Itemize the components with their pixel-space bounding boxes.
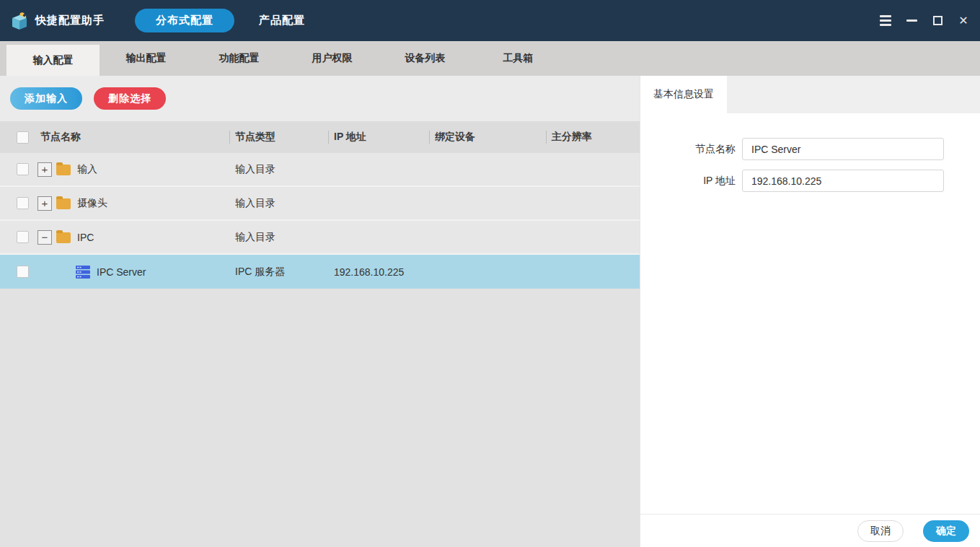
detail-panel-tabs: 基本信息设置 — [640, 76, 980, 113]
node-ip: 192.168.10.225 — [328, 266, 429, 278]
expand-toggle-icon[interactable]: + — [37, 196, 52, 211]
folder-icon — [56, 165, 71, 175]
column-node-type: 节点类型 — [229, 131, 328, 144]
detail-panel-footer: 取消 确定 — [640, 514, 980, 547]
row-checkbox-cell — [0, 197, 35, 209]
server-icon — [76, 266, 90, 279]
row-checkbox-cell — [0, 266, 35, 278]
tab-distributed-config[interactable]: 分布式配置 — [135, 9, 234, 32]
maximize-icon — [933, 16, 943, 25]
table-row[interactable]: + 摄像头 输入目录 — [0, 187, 640, 221]
app-title: 快捷配置助手 — [35, 14, 105, 27]
collapse-toggle-icon[interactable]: − — [37, 230, 52, 245]
tab-output-config[interactable]: 输出配置 — [100, 41, 193, 76]
node-type: 输入目录 — [229, 197, 328, 210]
table-row[interactable]: + 输入 输入目录 — [0, 153, 640, 187]
row-checkbox[interactable] — [17, 163, 29, 175]
select-all-checkbox[interactable] — [17, 131, 29, 144]
menu-button[interactable] — [879, 14, 892, 27]
ip-address-field-label: IP 地址 — [640, 175, 736, 188]
node-name-cell: + 输入 — [35, 162, 229, 177]
node-name: IPC — [77, 232, 94, 243]
minimize-icon — [906, 19, 917, 22]
close-button[interactable]: ✕ — [957, 14, 970, 27]
toolbar: 添加输入 删除选择 — [0, 76, 640, 121]
node-name-cell: − IPC — [35, 230, 229, 245]
close-icon: ✕ — [958, 15, 968, 27]
column-main-resolution: 主分辨率 — [546, 131, 640, 144]
node-type: 输入目录 — [229, 163, 328, 176]
basic-info-form: 节点名称 IP 地址 — [640, 113, 980, 192]
row-checkbox[interactable] — [17, 266, 29, 278]
maximize-button[interactable] — [931, 14, 944, 27]
window-controls: ✕ — [879, 0, 970, 41]
tab-function-config-label: 功能配置 — [219, 52, 260, 65]
tab-device-list-label: 设备列表 — [405, 52, 446, 65]
node-type: IPC 服务器 — [229, 266, 328, 279]
node-name-field-label: 节点名称 — [640, 143, 736, 156]
node-name-cell: + 摄像头 — [35, 196, 229, 211]
node-name: 摄像头 — [77, 197, 107, 210]
tab-basic-info-settings-label: 基本信息设置 — [653, 88, 714, 101]
table-header: 节点名称 节点类型 IP 地址 绑定设备 主分辨率 — [0, 121, 640, 153]
tab-input-config-label: 输入配置 — [33, 54, 74, 67]
titlebar: 快捷配置助手 分布式配置 产品配置 ✕ — [0, 0, 980, 41]
table-row-selected[interactable]: IPC Server IPC 服务器 192.168.10.225 — [0, 255, 640, 289]
menu-icon — [880, 15, 891, 26]
tab-product-config[interactable]: 产品配置 — [259, 14, 305, 27]
app-logo-icon — [9, 11, 30, 31]
tab-basic-info-settings[interactable]: 基本信息设置 — [640, 76, 727, 113]
minimize-button[interactable] — [905, 14, 918, 27]
tab-toolbox-label: 工具箱 — [503, 52, 534, 65]
add-input-button[interactable]: 添加输入 — [10, 87, 82, 110]
cancel-button[interactable]: 取消 — [857, 520, 904, 542]
tab-distributed-config-label: 分布式配置 — [156, 14, 213, 27]
tab-product-config-label: 产品配置 — [259, 14, 305, 26]
tab-function-config[interactable]: 功能配置 — [193, 41, 286, 76]
input-config-content: 添加输入 删除选择 节点名称 节点类型 IP 地址 绑定设备 主分辨率 + 输入… — [0, 76, 640, 547]
config-nav-tabs: 输入配置 输出配置 功能配置 用户权限 设备列表 工具箱 — [0, 41, 980, 76]
row-checkbox[interactable] — [17, 197, 29, 209]
tab-user-permission-label: 用户权限 — [312, 52, 353, 65]
ip-address-field-row: IP 地址 — [640, 170, 980, 192]
column-node-name: 节点名称 — [35, 131, 229, 144]
node-type: 输入目录 — [229, 231, 328, 244]
header-checkbox-cell — [0, 131, 35, 144]
column-bound-device: 绑定设备 — [429, 131, 546, 144]
node-name-field-row: 节点名称 — [640, 138, 980, 160]
table-empty-area — [0, 289, 640, 547]
tab-toolbox[interactable]: 工具箱 — [472, 41, 565, 76]
tab-device-list[interactable]: 设备列表 — [379, 41, 472, 76]
folder-icon — [56, 198, 71, 209]
table-row[interactable]: − IPC 输入目录 — [0, 221, 640, 255]
tab-user-permission[interactable]: 用户权限 — [286, 41, 379, 76]
node-name-input[interactable] — [742, 138, 944, 160]
column-ip-address: IP 地址 — [328, 131, 429, 144]
folder-icon — [56, 232, 71, 243]
node-name: 输入 — [77, 163, 97, 176]
app-window: 快捷配置助手 分布式配置 产品配置 ✕ 输入配置 输出配置 功能配置 用户权限 — [0, 0, 980, 547]
row-checkbox-cell — [0, 163, 35, 175]
node-name-cell: IPC Server — [35, 266, 229, 279]
tab-output-config-label: 输出配置 — [126, 52, 167, 65]
node-name: IPC Server — [97, 266, 146, 278]
ip-address-input[interactable] — [742, 170, 944, 192]
row-checkbox-cell — [0, 231, 35, 243]
detail-panel: 基本信息设置 节点名称 IP 地址 取消 确定 — [640, 76, 980, 547]
row-checkbox[interactable] — [17, 231, 29, 243]
delete-selection-button[interactable]: 删除选择 — [94, 87, 166, 110]
tab-input-config[interactable]: 输入配置 — [6, 45, 100, 76]
expand-toggle-icon[interactable]: + — [37, 162, 52, 177]
confirm-button[interactable]: 确定 — [923, 520, 969, 542]
